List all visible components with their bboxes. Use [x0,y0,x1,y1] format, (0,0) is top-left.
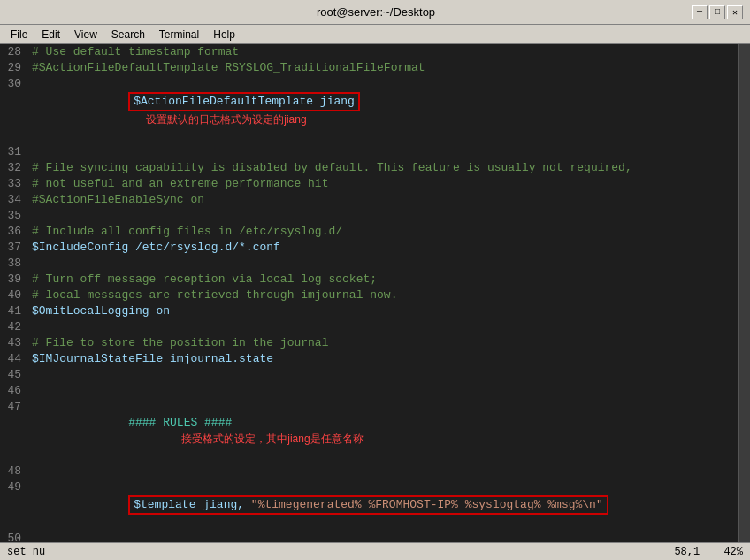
line-number: 49 [0,479,28,531]
line-number: 45 [0,367,28,383]
line-content [28,464,738,479]
table-row: 41 $OmitLocalLogging on [0,303,738,319]
table-row: 37 $IncludeConfig /etc/rsyslog.d/*.conf [0,240,738,256]
table-row: 34 #$ActionFileEnableSync on [0,192,738,208]
table-row: 42 [0,319,738,335]
line-content: $IncludeConfig /etc/rsyslog.d/*.conf [28,240,738,256]
editor-area: 28 # Use default timestamp format 29 #$A… [0,44,750,542]
line-content [28,367,738,383]
line-number: 31 [0,144,28,160]
line-number: 40 [0,288,28,303]
table-row: 40 # local messages are retrieved throug… [0,288,738,303]
table-row: 43 # File to store the position in the j… [0,335,738,351]
table-row: 39 # Turn off message reception via loca… [0,272,738,288]
window-title: root@server:~/Desktop [60,5,692,19]
scrollbar-right[interactable] [738,44,750,542]
line-content [28,319,738,335]
line-number: 44 [0,351,28,367]
annotation-30: 设置默认的日志格式为设定的jiang [146,111,306,127]
line-content [28,208,738,224]
line-number: 41 [0,303,28,319]
table-row: 30 $ActionFileDefaultTemplate jiang 设置默认… [0,76,738,144]
line-content: # File syncing capability is disabled by… [28,160,738,176]
minimize-button[interactable]: ─ [692,5,708,19]
menu-help[interactable]: Help [206,27,242,42]
table-row: 50 [0,531,738,542]
line-number: 29 [0,60,28,76]
line-content: # Turn off message reception via local l… [28,272,738,288]
line-number: 32 [0,160,28,176]
table-row: 33 # not useful and an extreme performan… [0,176,738,192]
vim-mode: set nu [7,546,45,558]
line-content: $OmitLocalLogging on [28,303,738,319]
table-row: 28 # Use default timestamp format [0,44,738,60]
line-number: 50 [0,531,28,542]
line-number: 43 [0,335,28,351]
line-number: 35 [0,208,28,224]
close-button[interactable]: ✕ [727,5,743,19]
editor-content[interactable]: 28 # Use default timestamp format 29 #$A… [0,44,738,542]
line-content: #$ActionFileDefaultTemplate RSYSLOG_Trad… [28,60,738,76]
line-number: 37 [0,240,28,256]
title-bar: root@server:~/Desktop ─ □ ✕ [0,0,750,25]
line-content [28,383,738,399]
table-row: 32 # File syncing capability is disabled… [0,160,738,176]
line-content: # Use default timestamp format [28,44,738,60]
table-row: 44 $IMJournalStateFile imjournal.state [0,351,738,367]
menu-file[interactable]: File [4,27,34,42]
table-row: 35 [0,208,738,224]
code-table: 28 # Use default timestamp format 29 #$A… [0,44,738,542]
line-number: 42 [0,319,28,335]
line-number: 46 [0,383,28,399]
menu-edit[interactable]: Edit [34,27,67,42]
line-number: 36 [0,224,28,240]
line-content: $template jiang, "%timegenerated% %FROMH… [28,479,738,531]
line-content [28,144,738,160]
status-bar: set nu 58,1 42% [0,542,750,560]
line-number: 39 [0,272,28,288]
line-content [28,256,738,272]
line-content: #### RULES #### 接受格式的设定，其中jiang是任意名称 [28,399,738,464]
line-content [28,531,738,542]
table-row: 48 [0,464,738,479]
line-number: 48 [0,464,28,479]
line-content: #$ActionFileEnableSync on [28,192,738,208]
rules-heading: #### RULES #### [128,416,232,429]
menu-bar: File Edit View Search Terminal Help [0,25,750,44]
editor-scroll[interactable]: 28 # Use default timestamp format 29 #$A… [0,44,738,542]
line-number: 47 [0,399,28,464]
line-number: 33 [0,176,28,192]
table-row: 45 [0,367,738,383]
annotation-47: 接受格式的设定，其中jiang是任意名称 [181,431,363,447]
maximize-button[interactable]: □ [709,5,725,19]
line-number: 30 [0,76,28,144]
line-number: 34 [0,192,28,208]
table-row: 31 [0,144,738,160]
line-number: 38 [0,256,28,272]
table-row: 36 # Include all config files in /etc/rs… [0,224,738,240]
table-row: 46 [0,383,738,399]
menu-search[interactable]: Search [104,27,152,42]
window-controls[interactable]: ─ □ ✕ [692,5,743,19]
table-row: 49 $template jiang, "%timegenerated% %FR… [0,479,738,531]
boxed-template-49: $template jiang, "%timegenerated% %FROMH… [128,495,608,515]
table-row: 38 [0,256,738,272]
line-content: # Include all config files in /etc/rsysl… [28,224,738,240]
line-content: # not useful and an extreme performance … [28,176,738,192]
table-row: 29 #$ActionFileDefaultTemplate RSYSLOG_T… [0,60,738,76]
line-content: # File to store the position in the jour… [28,335,738,351]
line-content: $IMJournalStateFile imjournal.state [28,351,738,367]
menu-terminal[interactable]: Terminal [152,27,206,42]
line-content: $ActionFileDefaultTemplate jiang 设置默认的日志… [28,76,738,144]
line-content: # local messages are retrieved through i… [28,288,738,303]
menu-view[interactable]: View [67,27,104,42]
table-row: 47 #### RULES #### 接受格式的设定，其中jiang是任意名称 [0,399,738,464]
boxed-directive-30: $ActionFileDefaultTemplate jiang [128,92,360,111]
line-number: 28 [0,44,28,60]
cursor-position: 58,1 42% [674,546,743,558]
